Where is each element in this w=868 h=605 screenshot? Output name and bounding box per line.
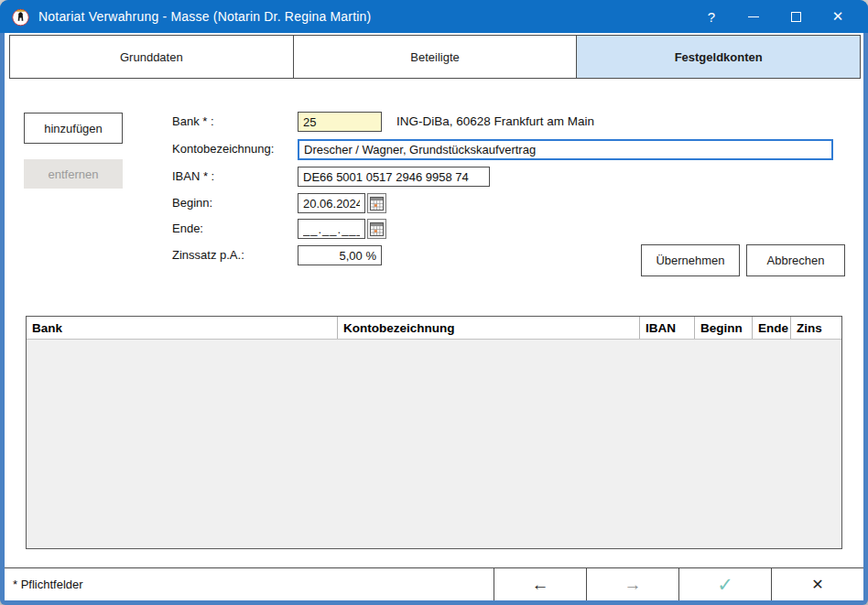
account-name-input[interactable] bbox=[298, 139, 833, 160]
begin-calendar-icon[interactable] bbox=[367, 193, 386, 213]
accounts-table: Bank Kontobezeichnung IBAN Beginn Ende Z… bbox=[26, 316, 842, 549]
end-date-input[interactable] bbox=[298, 219, 365, 239]
begin-label: Beginn: bbox=[172, 193, 212, 213]
tab-festgeldkonten[interactable]: Festgeldkonten bbox=[576, 35, 861, 79]
maximize-icon[interactable] bbox=[775, 3, 817, 30]
column-header-kontobezeichnung[interactable]: Kontobezeichnung bbox=[337, 317, 639, 339]
dialog-close-icon[interactable]: ✕ bbox=[771, 568, 863, 600]
add-button[interactable]: hinzufügen bbox=[24, 113, 123, 144]
begin-date-input[interactable] bbox=[298, 193, 365, 213]
navigate-forward-icon[interactable]: → bbox=[586, 568, 678, 600]
required-fields-note: * Pflichtfelder bbox=[5, 568, 494, 600]
column-header-iban[interactable]: IBAN bbox=[639, 317, 694, 339]
accounts-table-body-empty[interactable] bbox=[27, 340, 841, 549]
tab-bar: Grunddaten Beteiligte Festgeldkonten bbox=[9, 35, 861, 79]
column-header-zins[interactable]: Zins bbox=[790, 317, 841, 339]
end-label: Ende: bbox=[172, 219, 203, 239]
bank-label: Bank * : bbox=[172, 112, 214, 132]
remove-button: entfernen bbox=[24, 159, 123, 189]
account-name-label: Kontobezeichnung: bbox=[172, 139, 274, 159]
confirm-check-icon[interactable]: ✓ bbox=[678, 568, 771, 600]
navigate-back-icon[interactable]: ← bbox=[494, 568, 586, 600]
iban-label: IBAN * : bbox=[172, 167, 214, 187]
interest-rate-input[interactable] bbox=[298, 245, 382, 265]
titlebar: Notariat Verwahrung - Masse (Notarin Dr.… bbox=[0, 0, 868, 33]
app-logo-berlin-bear-icon bbox=[11, 7, 30, 27]
close-icon[interactable]: ✕ bbox=[817, 3, 859, 30]
accounts-table-header: Bank Kontobezeichnung IBAN Beginn Ende Z… bbox=[27, 317, 841, 340]
window-title: Notariat Verwahrung - Masse (Notarin Dr.… bbox=[38, 9, 690, 24]
column-header-beginn[interactable]: Beginn bbox=[694, 317, 752, 339]
app-window: Notariat Verwahrung - Masse (Notarin Dr.… bbox=[0, 0, 868, 605]
tab-grunddaten[interactable]: Grunddaten bbox=[9, 35, 294, 79]
bank-resolved-name: ING-DiBa, 60628 Frankfurt am Main bbox=[396, 112, 594, 132]
help-icon[interactable]: ? bbox=[690, 3, 732, 30]
apply-button[interactable]: Übernehmen bbox=[641, 244, 740, 276]
end-calendar-icon[interactable] bbox=[367, 219, 386, 239]
cancel-button[interactable]: Abbrechen bbox=[746, 244, 845, 276]
column-header-bank[interactable]: Bank bbox=[27, 317, 337, 339]
minimize-icon[interactable] bbox=[732, 3, 775, 30]
window-content: Grunddaten Beteiligte Festgeldkonten hin… bbox=[5, 33, 863, 600]
interest-label: Zinssatz p.A.: bbox=[172, 245, 244, 265]
iban-input[interactable] bbox=[298, 167, 490, 187]
tab-beteiligte[interactable]: Beteiligte bbox=[293, 35, 578, 79]
column-header-ende[interactable]: Ende bbox=[752, 317, 790, 339]
bank-code-input[interactable] bbox=[298, 112, 382, 132]
titlebar-controls: ? ✕ bbox=[690, 3, 859, 30]
footer-bar: * Pflichtfelder ← → ✓ ✕ bbox=[5, 568, 863, 600]
